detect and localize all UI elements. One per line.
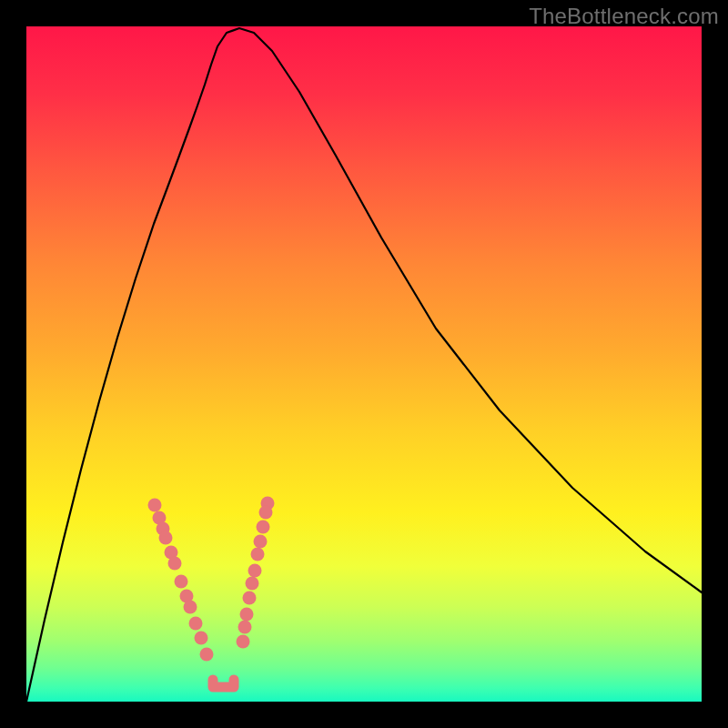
data-dot xyxy=(195,632,208,645)
data-dot xyxy=(246,577,259,591)
watermark-text: TheBottleneck.com xyxy=(529,4,719,29)
data-dot xyxy=(237,635,250,649)
data-dot xyxy=(159,531,173,545)
data-dot xyxy=(240,608,254,622)
chart-frame xyxy=(26,26,702,702)
data-dot xyxy=(243,592,257,605)
data-dot xyxy=(168,557,182,571)
data-dot xyxy=(259,506,273,520)
data-dot xyxy=(175,575,188,589)
data-dot xyxy=(248,564,262,578)
data-dot xyxy=(254,535,268,549)
curve-dots-left xyxy=(148,499,214,662)
data-dot xyxy=(189,617,203,631)
data-dot xyxy=(184,601,197,614)
bottleneck-curve xyxy=(26,28,702,702)
data-dot xyxy=(257,521,270,534)
data-dot xyxy=(251,548,265,561)
curve-dots-right xyxy=(237,497,275,649)
chart-svg xyxy=(26,26,702,702)
data-dot xyxy=(238,621,252,634)
data-dot xyxy=(148,499,162,512)
minimum-bracket xyxy=(213,680,234,687)
data-dot xyxy=(200,648,214,662)
